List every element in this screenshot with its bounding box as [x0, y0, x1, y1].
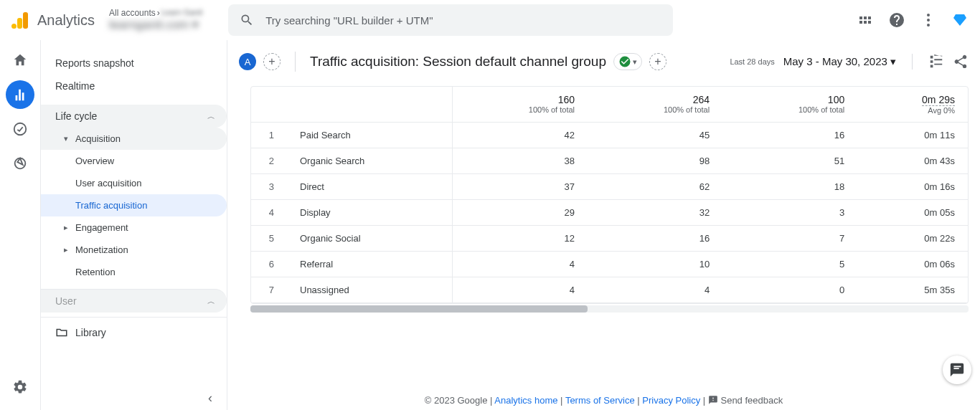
- row-c4: 5m 35s: [857, 277, 968, 303]
- row-c1: 38: [452, 148, 588, 174]
- add-filter-button[interactable]: +: [649, 53, 666, 70]
- row-c4: 0m 11s: [857, 123, 968, 148]
- logo-block[interactable]: Analytics: [11, 11, 95, 29]
- row-c2: 98: [588, 148, 722, 174]
- table-row[interactable]: 1Paid Search4245160m 11s: [251, 123, 968, 148]
- chat-bubble-button[interactable]: [943, 356, 971, 384]
- account-top-label: All accounts: [109, 8, 156, 18]
- row-c2: 4: [588, 277, 722, 303]
- account-selector[interactable]: All accounts › Learn Ganit learnganit.co…: [109, 8, 202, 33]
- row-c3: 16: [722, 123, 857, 148]
- dropdown-icon: ▾: [192, 18, 199, 32]
- summary-col1-sub: 100% of total: [466, 105, 575, 114]
- row-index: 1: [251, 123, 287, 148]
- sidenav-library[interactable]: Library: [41, 317, 227, 339]
- table-row[interactable]: 2Organic Search3898510m 43s: [251, 148, 968, 174]
- sidenav-overview[interactable]: Overview: [41, 150, 227, 172]
- row-channel: Paid Search: [287, 123, 452, 148]
- report-content: A + Traffic acquisition: Session default…: [227, 40, 980, 410]
- svg-point-2: [927, 24, 930, 27]
- summary-col2-sub: 100% of total: [600, 105, 710, 114]
- rail-home[interactable]: [6, 46, 34, 75]
- row-c4: 0m 05s: [857, 200, 968, 226]
- row-index: 5: [251, 226, 287, 252]
- segment-badge[interactable]: A: [239, 53, 256, 70]
- app-header: Analytics All accounts › Learn Ganit lea…: [0, 0, 980, 40]
- summary-col2-val: 264: [600, 94, 710, 105]
- summary-col4-sub: Avg 0%: [870, 106, 955, 115]
- rail-reports[interactable]: [6, 80, 34, 109]
- analytics-logo-icon: [11, 11, 29, 29]
- svg-point-0: [927, 14, 930, 16]
- customize-report-icon[interactable]: [928, 54, 944, 70]
- chat-icon: [949, 362, 965, 378]
- sidenav-realtime[interactable]: Realtime: [41, 75, 227, 97]
- page-footer: © 2023 Google | Analytics home | Terms o…: [227, 395, 980, 406]
- row-c4: 0m 16s: [857, 174, 968, 200]
- apps-icon[interactable]: [857, 11, 874, 29]
- table-row[interactable]: 5Organic Social121670m 22s: [251, 226, 968, 252]
- sidenav-acquisition[interactable]: ▾Acquisition: [41, 128, 227, 150]
- sidenav-lifecycle[interactable]: Life cycle︿: [41, 105, 227, 128]
- feedback-icon: [708, 395, 718, 405]
- report-title: Traffic acquisition: Session default cha…: [310, 54, 606, 70]
- row-c1: 4: [452, 277, 588, 303]
- search-input[interactable]: Try searching "URL builder + UTM": [228, 4, 673, 36]
- caret-right-icon: ▸: [64, 245, 68, 254]
- sidenav-snapshot[interactable]: Reports snapshot: [41, 52, 227, 75]
- period-label: Last 28 days: [730, 57, 774, 66]
- row-c4: 0m 43s: [857, 148, 968, 174]
- row-index: 4: [251, 200, 287, 226]
- table-row[interactable]: 4Display293230m 05s: [251, 200, 968, 226]
- add-comparison-button[interactable]: +: [263, 53, 281, 70]
- rail-admin[interactable]: [6, 373, 34, 401]
- send-feedback-link[interactable]: Send feedback: [720, 395, 783, 406]
- sidenav-traffic-acq[interactable]: Traffic acquisition: [41, 194, 227, 216]
- row-c3: 7: [722, 226, 857, 252]
- sidenav-engagement[interactable]: ▸Engagement: [41, 216, 227, 239]
- row-c3: 51: [722, 148, 857, 174]
- table-row[interactable]: 6Referral41050m 06s: [251, 252, 968, 277]
- analytics-home-link[interactable]: Analytics home: [494, 395, 557, 406]
- rail-advertising[interactable]: [6, 149, 34, 178]
- row-index: 2: [251, 148, 287, 174]
- rail-explore[interactable]: [6, 115, 34, 143]
- tos-link[interactable]: Terms of Service: [565, 395, 635, 406]
- row-c1: 4: [452, 252, 588, 277]
- search-icon: [240, 13, 254, 27]
- privacy-link[interactable]: Privacy Policy: [642, 395, 700, 406]
- search-placeholder: Try searching "URL builder + UTM": [265, 14, 433, 27]
- row-c1: 29: [452, 200, 588, 226]
- data-quality-pill[interactable]: ▾: [613, 53, 642, 70]
- diamond-icon[interactable]: [951, 11, 969, 29]
- date-range-picker[interactable]: May 3 - May 30, 2023 ▾: [783, 55, 896, 68]
- row-channel: Referral: [287, 252, 452, 277]
- caret-down-icon: ▾: [64, 134, 68, 143]
- sidenav-user[interactable]: User︿: [41, 289, 227, 313]
- row-c1: 37: [452, 174, 588, 200]
- table-row[interactable]: 3Direct3762180m 16s: [251, 174, 968, 200]
- sidenav-retention[interactable]: Retention: [41, 261, 227, 283]
- row-c4: 0m 22s: [857, 226, 968, 252]
- svg-point-3: [14, 123, 27, 135]
- sidenav-user-acq[interactable]: User acquisition: [41, 172, 227, 194]
- row-c3: 0: [722, 277, 857, 303]
- chevron-up-icon: ︿: [207, 296, 215, 307]
- row-c1: 12: [452, 226, 588, 252]
- collapse-sidenav-icon[interactable]: ‹: [208, 391, 212, 406]
- table-row[interactable]: 7Unassigned4405m 35s: [251, 277, 968, 303]
- sidenav-monetization[interactable]: ▸Monetization: [41, 239, 227, 261]
- help-icon[interactable]: [888, 11, 905, 29]
- share-icon[interactable]: [953, 54, 969, 70]
- chevron-right-icon: ›: [157, 8, 160, 18]
- horizontal-scrollbar[interactable]: [250, 305, 969, 313]
- more-vert-icon[interactable]: [920, 11, 937, 29]
- row-c2: 62: [588, 174, 722, 200]
- account-property: learnganit.com: [109, 18, 189, 32]
- summary-col4-val: 0m 29s: [922, 94, 955, 106]
- report-header: A + Traffic acquisition: Session default…: [227, 44, 980, 79]
- dropdown-icon: ▾: [633, 57, 637, 67]
- summary-col3-val: 100: [735, 94, 844, 105]
- row-channel: Display: [287, 200, 452, 226]
- row-channel: Organic Social: [287, 226, 452, 252]
